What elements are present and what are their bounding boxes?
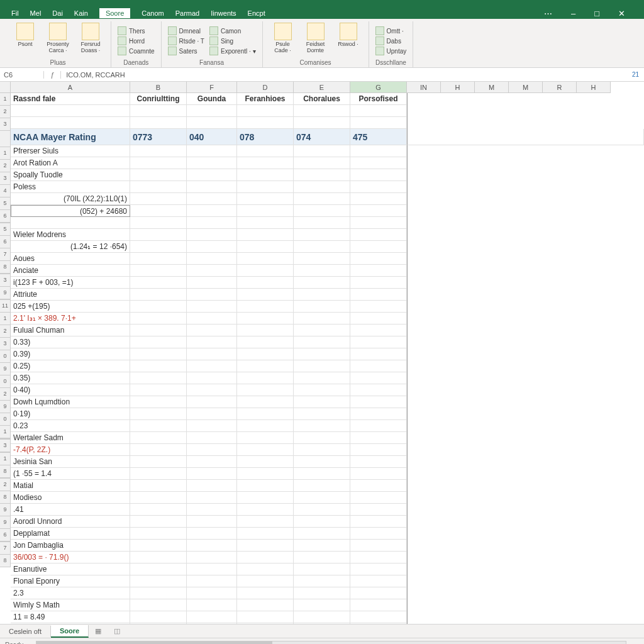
row-header[interactable]: 8: [0, 261, 11, 274]
cell[interactable]: [350, 456, 407, 468]
cell[interactable]: [130, 408, 187, 420]
cell[interactable]: [187, 492, 237, 504]
cell[interactable]: [237, 289, 294, 301]
cell[interactable]: [187, 325, 237, 336]
cell[interactable]: [187, 540, 237, 552]
cell[interactable]: [294, 408, 350, 420]
ribbon-small-button[interactable]: Dabs: [375, 36, 407, 45]
cell[interactable]: [237, 540, 294, 552]
cell[interactable]: [237, 105, 294, 117]
cell[interactable]: 11 = 8.49: [11, 611, 130, 623]
select-all-corner[interactable]: [0, 82, 11, 93]
cell[interactable]: [187, 611, 237, 623]
cell[interactable]: [237, 444, 294, 456]
cell[interactable]: [294, 105, 350, 117]
cell[interactable]: Rassnd fale: [11, 93, 130, 105]
cell[interactable]: [237, 193, 294, 205]
cell[interactable]: 2.1' I₃₁ × 389. 7·1+: [11, 313, 130, 325]
cell[interactable]: 0.33): [11, 336, 130, 348]
cell[interactable]: [294, 301, 350, 313]
row-header[interactable]: 2: [0, 479, 11, 491]
cell[interactable]: [130, 117, 187, 129]
ribbon-small-button[interactable]: Upntay: [375, 47, 407, 55]
cell[interactable]: 040: [187, 129, 237, 145]
row-header[interactable]: 4: [0, 185, 11, 197]
cell[interactable]: [237, 277, 294, 289]
cell[interactable]: [187, 105, 237, 117]
ribbon-button[interactable]: Prosenty Carca ·: [44, 23, 72, 59]
cell[interactable]: [294, 396, 350, 408]
cell[interactable]: [237, 117, 294, 129]
cell[interactable]: 074: [294, 129, 350, 145]
column-header[interactable]: IN: [407, 82, 441, 93]
cell[interactable]: [237, 396, 294, 408]
cell[interactable]: [350, 217, 407, 229]
cell[interactable]: [350, 528, 407, 540]
cell[interactable]: [294, 552, 350, 564]
row-header[interactable]: 3: [0, 274, 11, 287]
cell[interactable]: 025 +(195): [11, 301, 130, 313]
cell[interactable]: [350, 516, 407, 528]
cell[interactable]: [237, 552, 294, 564]
cell[interactable]: [130, 468, 187, 480]
cell[interactable]: [130, 623, 187, 624]
cell[interactable]: [237, 599, 294, 611]
cell[interactable]: [294, 360, 350, 372]
cell[interactable]: [237, 145, 294, 157]
cell[interactable]: [130, 611, 187, 623]
ribbon-button[interactable]: Psule Cade ·: [269, 23, 297, 59]
cell[interactable]: [187, 623, 237, 624]
cell[interactable]: [130, 301, 187, 313]
cell[interactable]: 475: [350, 129, 407, 145]
minimize-icon[interactable]: –: [571, 9, 575, 18]
row-header[interactable]: 6: [0, 236, 11, 248]
row-header[interactable]: 3: [0, 440, 11, 452]
cell[interactable]: [237, 516, 294, 528]
cell[interactable]: 0.39): [11, 348, 130, 360]
ribbon-button[interactable]: Rswod ·: [335, 23, 362, 59]
view-icon-1[interactable]: ▦: [89, 627, 108, 635]
cell[interactable]: [187, 372, 237, 384]
cell[interactable]: [350, 408, 407, 420]
cell[interactable]: [294, 564, 350, 575]
cell[interactable]: [130, 313, 187, 325]
cell[interactable]: [130, 480, 187, 492]
cell[interactable]: (1 ·55 = 1.4: [11, 468, 130, 480]
cell[interactable]: [350, 360, 407, 372]
cell[interactable]: [350, 301, 407, 313]
column-header[interactable]: B: [130, 82, 187, 93]
column-header[interactable]: F: [187, 82, 237, 93]
row-header[interactable]: 0: [0, 350, 11, 363]
cell[interactable]: [294, 623, 350, 624]
cell[interactable]: [294, 432, 350, 444]
cell[interactable]: [187, 384, 237, 396]
cell[interactable]: [187, 516, 237, 528]
cell[interactable]: [187, 229, 237, 241]
cells-grid[interactable]: Rassnd faleConriulttingGoundaFeranhioesC…: [11, 93, 644, 624]
cell[interactable]: [350, 540, 407, 552]
cell[interactable]: [350, 325, 407, 336]
cell[interactable]: [11, 105, 130, 117]
cell[interactable]: [130, 444, 187, 456]
menu-tab-0[interactable]: Fil: [11, 9, 19, 17]
cell[interactable]: 0.25): [11, 360, 130, 372]
column-header[interactable]: H: [441, 82, 475, 93]
cell[interactable]: [187, 145, 237, 157]
row-header[interactable]: 9: [0, 401, 11, 413]
cell[interactable]: Flonal Eponry: [11, 575, 130, 587]
ribbon-small-button[interactable]: Saters: [168, 47, 204, 55]
cell[interactable]: [294, 372, 350, 384]
cell[interactable]: Enanutive: [11, 564, 130, 575]
cell[interactable]: [130, 145, 187, 157]
cell[interactable]: [187, 313, 237, 325]
cell[interactable]: [350, 157, 407, 169]
cell[interactable]: Pfrerser Siuls: [11, 145, 130, 157]
cell[interactable]: Jesinia San: [11, 456, 130, 468]
cell[interactable]: NCAA Mayer Rating: [11, 129, 130, 145]
cell[interactable]: 2.3: [11, 587, 130, 599]
ribbon-small-button[interactable]: Rtsde · T: [168, 36, 204, 45]
cell[interactable]: [294, 336, 350, 348]
row-header[interactable]: 2: [0, 325, 11, 338]
cell[interactable]: [130, 289, 187, 301]
menu-tab-6[interactable]: Parmad: [175, 9, 200, 17]
